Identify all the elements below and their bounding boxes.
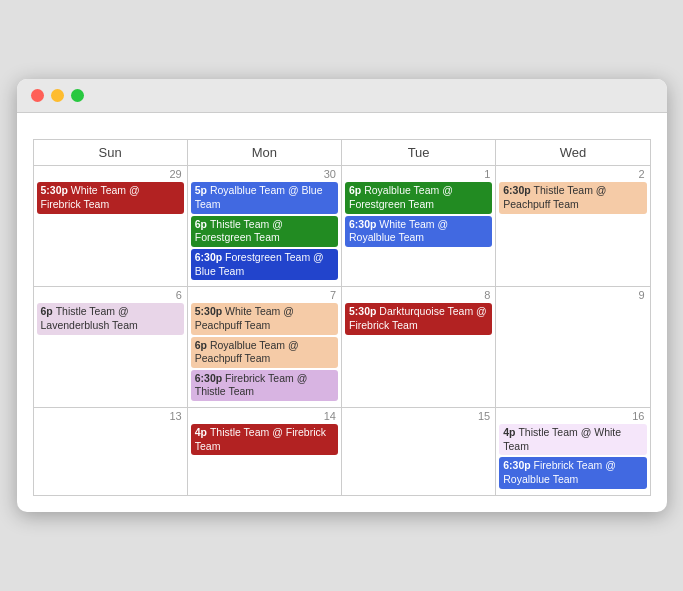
event-e11[interactable]: 6:30p Firebrick Team @ Thistle Team <box>191 370 338 401</box>
event-time-e14: 4p <box>503 426 518 438</box>
event-e8[interactable]: 6p Thistle Team @ Lavenderblush Team <box>37 303 184 334</box>
col-header-tue: Tue <box>342 140 496 166</box>
event-e13[interactable]: 4p Thistle Team @ Firebrick Team <box>191 424 338 455</box>
minimize-button[interactable] <box>51 89 64 102</box>
day-number-13: 13 <box>37 410 184 422</box>
event-time-e1: 5:30p <box>41 184 71 196</box>
event-time-e8: 6p <box>41 305 56 317</box>
day-cell-2: 26:30p Thistle Team @ Peachpuff Team <box>496 166 650 287</box>
event-time-e7: 6:30p <box>503 184 533 196</box>
day-number-14: 14 <box>191 410 338 422</box>
week-row-2: 13144p Thistle Team @ Firebrick Team1516… <box>33 408 650 496</box>
day-number-16: 16 <box>499 410 646 422</box>
event-e4[interactable]: 6:30p Forestgreen Team @ Blue Team <box>191 249 338 280</box>
event-time-e3: 6p <box>195 218 210 230</box>
day-number-1: 1 <box>345 168 492 180</box>
calendar-body: SunMonTueWed 295:30p White Team @ Firebr… <box>17 113 667 511</box>
event-time-e15: 6:30p <box>503 459 533 471</box>
maximize-button[interactable] <box>71 89 84 102</box>
day-cell-15: 15 <box>342 408 496 496</box>
day-cell-30: 305p Royalblue Team @ Blue Team6p Thistl… <box>187 166 341 287</box>
col-header-mon: Mon <box>187 140 341 166</box>
col-header-sun: Sun <box>33 140 187 166</box>
event-e7[interactable]: 6:30p Thistle Team @ Peachpuff Team <box>499 182 646 213</box>
titlebar <box>17 79 667 113</box>
day-cell-8: 85:30p Darkturquoise Team @ Firebrick Te… <box>342 287 496 408</box>
day-number-30: 30 <box>191 168 338 180</box>
day-cell-7: 75:30p White Team @ Peachpuff Team6p Roy… <box>187 287 341 408</box>
day-cell-14: 144p Thistle Team @ Firebrick Team <box>187 408 341 496</box>
event-e12[interactable]: 5:30p Darkturquoise Team @ Firebrick Tea… <box>345 303 492 334</box>
day-number-2: 2 <box>499 168 646 180</box>
day-number-15: 15 <box>345 410 492 422</box>
day-number-7: 7 <box>191 289 338 301</box>
event-time-e2: 5p <box>195 184 210 196</box>
event-time-e6: 6:30p <box>349 218 379 230</box>
col-header-wed: Wed <box>496 140 650 166</box>
event-e15[interactable]: 6:30p Firebrick Team @ Royalblue Team <box>499 457 646 488</box>
week-row-0: 295:30p White Team @ Firebrick Team305p … <box>33 166 650 287</box>
event-time-e4: 6:30p <box>195 251 225 263</box>
calendar-window: SunMonTueWed 295:30p White Team @ Firebr… <box>17 79 667 511</box>
event-e5[interactable]: 6p Royalblue Team @ Forestgreen Team <box>345 182 492 213</box>
close-button[interactable] <box>31 89 44 102</box>
day-cell-9: 9 <box>496 287 650 408</box>
event-e6[interactable]: 6:30p White Team @ Royalblue Team <box>345 216 492 247</box>
event-e9[interactable]: 5:30p White Team @ Peachpuff Team <box>191 303 338 334</box>
event-time-e5: 6p <box>349 184 364 196</box>
day-number-8: 8 <box>345 289 492 301</box>
event-time-e10: 6p <box>195 339 210 351</box>
event-e2[interactable]: 5p Royalblue Team @ Blue Team <box>191 182 338 213</box>
day-number-9: 9 <box>499 289 646 301</box>
event-time-e9: 5:30p <box>195 305 225 317</box>
event-e1[interactable]: 5:30p White Team @ Firebrick Team <box>37 182 184 213</box>
day-cell-29: 295:30p White Team @ Firebrick Team <box>33 166 187 287</box>
event-e10[interactable]: 6p Royalblue Team @ Peachpuff Team <box>191 337 338 368</box>
event-e3[interactable]: 6p Thistle Team @ Forestgreen Team <box>191 216 338 247</box>
day-number-6: 6 <box>37 289 184 301</box>
day-cell-13: 13 <box>33 408 187 496</box>
day-cell-16: 164p Thistle Team @ White Team6:30p Fire… <box>496 408 650 496</box>
event-time-e11: 6:30p <box>195 372 225 384</box>
day-cell-6: 66p Thistle Team @ Lavenderblush Team <box>33 287 187 408</box>
event-time-e12: 5:30p <box>349 305 379 317</box>
week-row-1: 66p Thistle Team @ Lavenderblush Team75:… <box>33 287 650 408</box>
day-cell-1: 16p Royalblue Team @ Forestgreen Team6:3… <box>342 166 496 287</box>
day-number-29: 29 <box>37 168 184 180</box>
calendar-grid: SunMonTueWed 295:30p White Team @ Firebr… <box>33 139 651 495</box>
event-time-e13: 4p <box>195 426 210 438</box>
event-e14[interactable]: 4p Thistle Team @ White Team <box>499 424 646 455</box>
